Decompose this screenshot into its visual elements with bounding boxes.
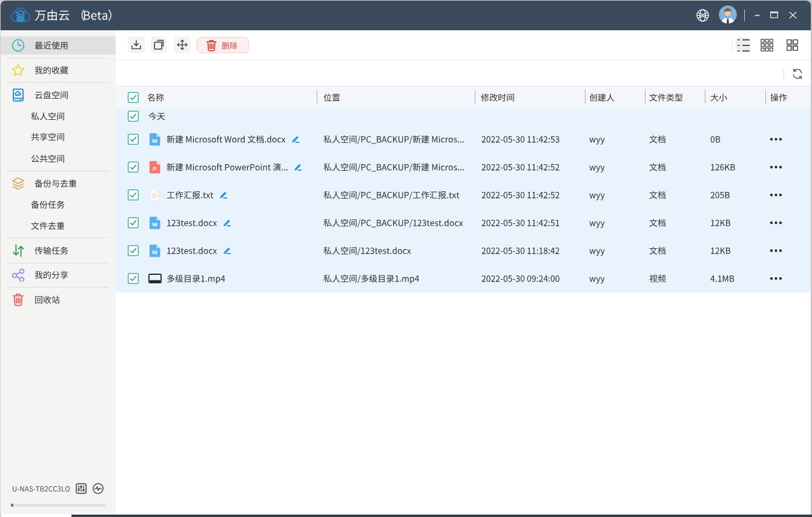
svg-text:W: W	[152, 221, 157, 228]
svg-text:W: W	[152, 249, 157, 255]
svg-text:P: P	[153, 165, 157, 172]
svg-text:W: W	[152, 137, 157, 144]
